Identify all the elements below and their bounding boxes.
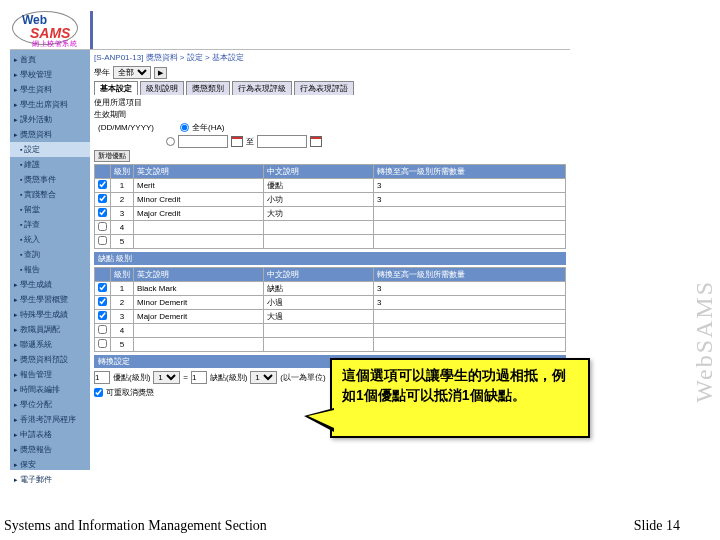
row-checkbox[interactable] xyxy=(98,194,107,203)
date-from-input[interactable] xyxy=(178,135,228,148)
merit-col-num: 轉換至高一級別所需數量 xyxy=(374,165,566,179)
use-item-label: 使用所選項目 xyxy=(94,97,566,108)
table-row: 5 xyxy=(95,338,566,352)
sidebar-item[interactable]: 獎懲事件 xyxy=(10,172,90,187)
convert-demerit-qty[interactable] xyxy=(191,371,207,384)
websams-logo: Web SAMS 網上校管系統 xyxy=(10,11,80,49)
merit-col-en: 英文說明 xyxy=(134,165,264,179)
convert-merit-qty[interactable] xyxy=(94,371,110,384)
table-row: 1Black Mark缺點3 xyxy=(95,282,566,296)
sidebar-item[interactable]: 學生資料 xyxy=(10,82,90,97)
header-bar: Web SAMS 網上校管系統 xyxy=(10,10,570,50)
sidebar-item[interactable]: 詳查 xyxy=(10,217,90,232)
tabs: 基本設定級別說明獎懲類別行為表現評級行為表現評語 xyxy=(94,81,566,95)
table-row: 4 xyxy=(95,221,566,235)
sidebar-item[interactable]: 學校管理 xyxy=(10,67,90,82)
row-checkbox[interactable] xyxy=(98,180,107,189)
sidebar-item[interactable]: 電子郵件 xyxy=(10,472,90,487)
date-range-radio[interactable] xyxy=(166,137,175,146)
tab-3[interactable]: 行為表現評級 xyxy=(232,81,292,95)
footer-right: Slide 14 xyxy=(634,518,680,534)
date-hint: (DD/MM/YYYY) xyxy=(98,123,154,132)
sidebar: 首頁學校管理學生資料學生出席資料課外活動獎懲資料設定維護獎懲事件實踐整合留堂詳查… xyxy=(10,50,90,470)
year-label: 學年 xyxy=(94,67,110,78)
row-checkbox[interactable] xyxy=(98,222,107,231)
demerit-section-header: 缺點 級別 xyxy=(94,252,566,265)
date-to-input[interactable] xyxy=(257,135,307,148)
sidebar-item[interactable]: 報告管理 xyxy=(10,367,90,382)
row-checkbox[interactable] xyxy=(98,297,107,306)
table-row: 4 xyxy=(95,324,566,338)
row-checkbox[interactable] xyxy=(98,339,107,348)
demerit-col-level: 級別 xyxy=(111,268,134,282)
sidebar-item[interactable]: 學位分配 xyxy=(10,397,90,412)
table-row: 3Major Demerit大過 xyxy=(95,310,566,324)
sidebar-item[interactable]: 特殊學生成績 xyxy=(10,307,90,322)
row-checkbox[interactable] xyxy=(98,208,107,217)
calendar-icon[interactable] xyxy=(231,136,243,147)
sidebar-item[interactable]: 申請表格 xyxy=(10,427,90,442)
year-select[interactable]: 全部 xyxy=(113,66,151,79)
merit-col-level: 級別 xyxy=(111,165,134,179)
calendar-icon[interactable] xyxy=(310,136,322,147)
convert-demerit-label: 缺點(級別) xyxy=(210,372,247,383)
sidebar-item[interactable]: 設定 xyxy=(10,142,90,157)
sidebar-item[interactable]: 學生出席資料 xyxy=(10,97,90,112)
table-row: 5 xyxy=(95,235,566,249)
demerit-col-cn: 中文說明 xyxy=(264,268,374,282)
sidebar-item[interactable]: 學生成績 xyxy=(10,277,90,292)
sidebar-item[interactable]: 香港考評局程序 xyxy=(10,412,90,427)
sidebar-item[interactable]: 教職員調配 xyxy=(10,322,90,337)
sidebar-item[interactable]: 課外活動 xyxy=(10,112,90,127)
add-merit-button[interactable]: 新增優點 xyxy=(94,150,130,162)
sidebar-item[interactable]: 獎懲資料預設 xyxy=(10,352,90,367)
sidebar-item[interactable]: 時間表編排 xyxy=(10,382,90,397)
table-row: 3Major Credit大功 xyxy=(95,207,566,221)
cancel-label: 可重取消獎懲 xyxy=(106,387,154,398)
sidebar-item[interactable]: 維護 xyxy=(10,157,90,172)
convert-note: (以一為單位) xyxy=(280,372,325,383)
convert-merit-level[interactable]: 1 xyxy=(153,371,180,384)
sidebar-item[interactable]: 保安 xyxy=(10,457,90,472)
sidebar-item[interactable]: 留堂 xyxy=(10,202,90,217)
table-row: 2Minor Credit小功3 xyxy=(95,193,566,207)
sidebar-item[interactable]: 獎懲報告 xyxy=(10,442,90,457)
demerit-col-en: 英文說明 xyxy=(134,268,264,282)
footer-left: Systems and Information Management Secti… xyxy=(4,518,267,534)
row-checkbox[interactable] xyxy=(98,283,107,292)
demerit-table: 級別 英文說明 中文說明 轉換至高一級別所需數量 1Black Mark缺點32… xyxy=(94,267,566,352)
tab-0[interactable]: 基本設定 xyxy=(94,81,138,95)
callout-tooltip: 這個選項可以讓學生的功過相抵，例如1個優點可以抵消1個缺點。 xyxy=(330,358,590,438)
go-button[interactable]: ▶ xyxy=(154,67,167,79)
tab-1[interactable]: 級別說明 xyxy=(140,81,184,95)
date-all-year-radio[interactable] xyxy=(180,123,189,132)
cancel-checkbox[interactable] xyxy=(94,388,103,397)
sidebar-item[interactable]: 查詢 xyxy=(10,247,90,262)
date-opt1-label: 全年(HA) xyxy=(192,122,224,133)
sidebar-item[interactable]: 學生學習概覽 xyxy=(10,292,90,307)
tab-4[interactable]: 行為表現評語 xyxy=(294,81,354,95)
convert-merit-label: 優點(級別) xyxy=(113,372,150,383)
table-row: 1Merit優點3 xyxy=(95,179,566,193)
sidebar-item[interactable]: 報告 xyxy=(10,262,90,277)
row-checkbox[interactable] xyxy=(98,236,107,245)
breadcrumb: [S-ANP01-13] 獎懲資料 > 設定 > 基本設定 xyxy=(94,52,566,63)
merit-table: 級別 英文說明 中文說明 轉換至高一級別所需數量 1Merit優點32Minor… xyxy=(94,164,566,249)
sidebar-item[interactable]: 首頁 xyxy=(10,52,90,67)
sidebar-item[interactable]: 獎懲資料 xyxy=(10,127,90,142)
tab-2[interactable]: 獎懲類別 xyxy=(186,81,230,95)
convert-demerit-level[interactable]: 1 xyxy=(250,371,277,384)
watermark-text: WebSAMS xyxy=(691,280,718,403)
sidebar-item[interactable]: 統入 xyxy=(10,232,90,247)
row-checkbox[interactable] xyxy=(98,325,107,334)
date-label: 生效期間 xyxy=(94,109,126,120)
row-checkbox[interactable] xyxy=(98,311,107,320)
table-row: 2Minor Demerit小過3 xyxy=(95,296,566,310)
demerit-col-num: 轉換至高一級別所需數量 xyxy=(374,268,566,282)
sidebar-item[interactable]: 聯遞系統 xyxy=(10,337,90,352)
merit-col-cn: 中文說明 xyxy=(264,165,374,179)
sidebar-item[interactable]: 實踐整合 xyxy=(10,187,90,202)
